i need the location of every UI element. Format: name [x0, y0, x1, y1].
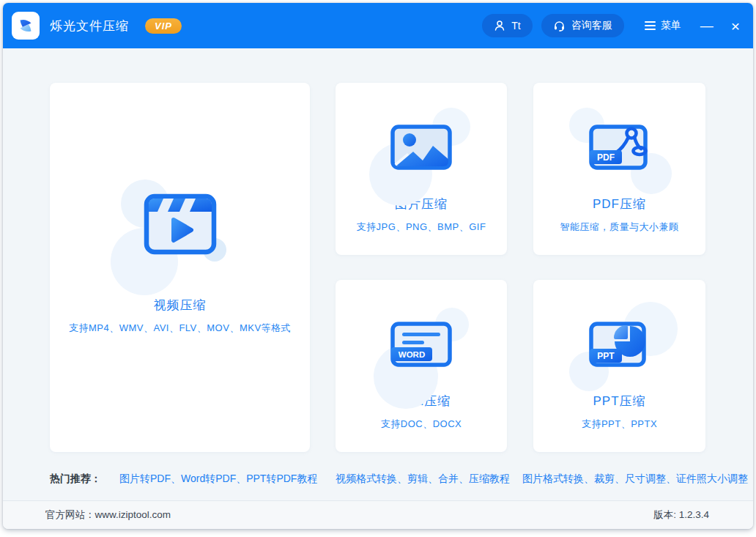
app-title: 烁光文件压缩 [50, 18, 129, 34]
menu-label: 菜单 [661, 19, 681, 32]
card-ppt-compress[interactable]: PPT PPT压缩 支持PPT、PPTX [533, 280, 705, 452]
card-subtitle: 支持DOC、DOCX [381, 418, 462, 431]
card-image-compress[interactable]: 图片压缩 支持JPG、PNG、BMP、GIF [336, 83, 507, 255]
app-logo-icon [12, 12, 40, 40]
official-website-label: 官方网站：www.iziptool.com [45, 508, 171, 522]
card-subtitle: 支持JPG、PNG、BMP、GIF [357, 221, 486, 234]
ppt-compress-icon: PPT [588, 321, 651, 368]
close-button[interactable]: × [731, 18, 740, 34]
card-subtitle: 智能压缩，质量与大小兼顾 [560, 221, 679, 234]
ppt-badge: PPT [597, 351, 615, 361]
pdf-badge: PDF [597, 152, 615, 163]
hot-link-pdf-tutorials[interactable]: 图片转PDF、Word转PDF、PPT转PDF教程 [119, 473, 317, 486]
titlebar: 烁光文件压缩 VIP Tt 咨询客服 [3, 3, 753, 48]
card-title: PPT压缩 [593, 393, 645, 410]
customer-service-label: 咨询客服 [571, 19, 612, 32]
user-icon [494, 20, 505, 32]
titlebar-right: Tt 咨询客服 菜单 — × [482, 14, 740, 37]
menu-button[interactable]: 菜单 [645, 19, 681, 32]
headset-icon [553, 20, 566, 32]
hamburger-icon [645, 21, 656, 30]
card-subtitle: 支持MP4、WMV、AVI、FLV、MOV、MKV等格式 [69, 322, 291, 335]
version-label: 版本: 1.2.3.4 [653, 508, 709, 522]
vip-badge[interactable]: VIP [145, 18, 182, 34]
card-video-compress[interactable]: 视频压缩 支持MP4、WMV、AVI、FLV、MOV、MKV等格式 [50, 83, 310, 452]
hot-link-video-tutorials[interactable]: 视频格式转换、剪辑、合并、压缩教程 [336, 473, 510, 486]
hot-recommend-label: 热门推荐： [50, 473, 101, 486]
card-pdf-compress[interactable]: PDF PDF压缩 智能压缩，质量与大小兼顾 [533, 83, 705, 255]
video-compress-icon [143, 193, 218, 256]
word-compress-icon: WORD [390, 321, 453, 368]
user-name-label: Tt [511, 20, 520, 32]
pdf-compress-icon: PDF [588, 124, 651, 171]
statusbar: 官方网站：www.iziptool.com 版本: 1.2.3.4 [3, 500, 753, 529]
user-account-button[interactable]: Tt [482, 14, 532, 37]
minimize-button[interactable]: — [700, 19, 714, 32]
card-title: 视频压缩 [154, 297, 207, 314]
word-badge: WORD [399, 350, 425, 359]
image-compress-icon [390, 124, 453, 171]
app-window: 烁光文件压缩 VIP Tt 咨询客服 [3, 3, 753, 529]
main-area: 视频压缩 支持MP4、WMV、AVI、FLV、MOV、MKV等格式 [3, 48, 753, 500]
customer-service-button[interactable]: 咨询客服 [541, 14, 624, 37]
card-subtitle: 支持PPT、PPTX [582, 418, 657, 431]
card-title: PDF压缩 [593, 196, 646, 212]
hot-link-image-tools[interactable]: 图片格式转换、裁剪、尺寸调整、证件照大小调整 [522, 473, 748, 486]
card-word-compress[interactable]: WORD Word压缩 支持DOC、DOCX [336, 280, 507, 452]
